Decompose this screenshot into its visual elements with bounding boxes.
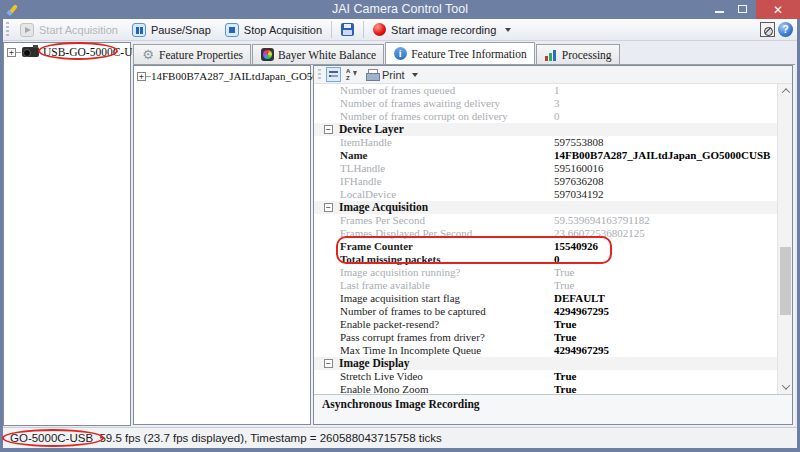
property-row[interactable]: −Number of frames queued 1 (314, 84, 777, 97)
minimize-button[interactable] (709, 0, 730, 18)
property-value: 1 (554, 84, 560, 97)
title-bar: JAI Camera Control Tool ✕ (0, 0, 800, 19)
main-toolbar: Start Acquisition Pause/Snap Stop Acquis… (3, 19, 797, 41)
feature-tree-root[interactable]: + 14FB00B7A287_JAILtdJapan_GO5000CUSB (134, 66, 310, 82)
status-details: (23.7 fps displayed), Timestamp = 260588… (140, 432, 441, 444)
chevron-down-icon[interactable] (505, 28, 511, 32)
property-grid: AZ Print −Number of frames queued 1 (313, 65, 793, 425)
play-icon (20, 23, 34, 37)
property-value: 0 (554, 110, 560, 123)
property-value: 15540926 (554, 240, 598, 253)
chevron-up-icon (781, 88, 789, 96)
property-label: Image acquisition start flag (340, 292, 460, 304)
property-value: True (554, 331, 576, 344)
property-row[interactable]: −TLHandle 595160016 (314, 162, 777, 175)
scroll-up-button[interactable] (778, 84, 793, 98)
chevron-down-icon (781, 381, 789, 389)
stop-acquisition-button[interactable]: Stop Acquisition (218, 20, 329, 40)
stop-icon (225, 23, 239, 37)
property-row[interactable]: −Number of frames corrupt on delivery 0 (314, 110, 777, 123)
camera-icon (22, 47, 39, 57)
tab-processing[interactable]: Processing (536, 44, 620, 64)
toolbar-grip (318, 69, 321, 81)
pause-icon (132, 23, 146, 37)
property-label: Number of frames queued (340, 84, 455, 96)
sort-alphabetical-icon[interactable]: AZ (344, 67, 359, 82)
property-row[interactable]: −Number of frames to be captured 4294967… (314, 305, 777, 318)
recording-settings-icon[interactable] (760, 22, 775, 37)
collapse-icon[interactable]: − (324, 203, 333, 212)
property-row[interactable]: −Frame Counter 15540926 (314, 240, 777, 253)
window-title: JAI Camera Control Tool (0, 2, 800, 16)
scroll-down-button[interactable] (778, 380, 793, 394)
property-row[interactable]: −Last frame available True (314, 279, 777, 292)
property-label: Number of frames corrupt on delivery (340, 110, 508, 122)
printer-icon (365, 69, 379, 81)
property-label: Image Display (339, 357, 410, 369)
tab-feature-properties[interactable]: ⚙ Feature Properties (133, 44, 251, 64)
property-label: Enable Mono Zoom (340, 383, 429, 394)
categorized-view-icon[interactable] (326, 67, 341, 82)
property-value: 4294967295 (554, 305, 609, 318)
collapse-icon[interactable]: − (324, 359, 333, 368)
device-tree-root[interactable]: + USB-GO-5000C-USB (4, 43, 130, 58)
property-grid-toolbar: AZ Print (314, 66, 792, 84)
maximize-button[interactable] (732, 0, 753, 18)
device-tree-label[interactable]: USB-GO-5000C-USB (43, 46, 147, 58)
property-value: 14FB00B7A287_JAILtdJapan_GO5000CUSB (554, 149, 770, 162)
maximize-icon (738, 5, 747, 13)
tab-feature-tree-information[interactable]: i Feature Tree Information (385, 42, 535, 64)
property-row[interactable]: −Frames Displayed Per Second 23.66072536… (314, 227, 777, 240)
property-row[interactable]: −Total missing packets 0 (314, 253, 777, 266)
property-row[interactable]: −Max Time In Incomplete Queue 4294967295 (314, 344, 777, 357)
property-row[interactable]: −Stretch Live Video True (314, 370, 777, 383)
property-value: True (554, 266, 574, 279)
property-row[interactable]: −Name 14FB00B7A287_JAILtdJapan_GO5000CUS… (314, 149, 777, 162)
start-acquisition-button[interactable]: Start Acquisition (13, 20, 125, 40)
property-value: 597636208 (554, 175, 604, 188)
property-label: Image acquisition running? (340, 266, 460, 278)
status-bar: GO-5000C-USB 59.5 fps (23.7 fps displaye… (3, 427, 797, 448)
property-row[interactable]: −Image acquisition running? True (314, 266, 777, 279)
scrollbar-thumb[interactable] (780, 247, 791, 315)
save-icon (341, 23, 354, 36)
color-wheel-icon (260, 48, 274, 62)
help-icon[interactable]: ? (778, 22, 793, 37)
vertical-scrollbar[interactable] (777, 84, 792, 394)
tab-strip: ⚙ Feature Properties Bayer White Balance… (133, 42, 797, 64)
toolbar-grip (6, 22, 9, 38)
property-label: Number of frames awaiting delivery (340, 97, 500, 109)
start-image-recording-button[interactable]: Start image recording (366, 20, 518, 40)
property-row[interactable]: −Enable packet-resend? True (314, 318, 777, 331)
property-value: 597034192 (554, 188, 604, 201)
expand-icon[interactable]: + (137, 72, 146, 81)
save-image-button[interactable] (334, 20, 361, 40)
print-button[interactable]: Print (362, 69, 421, 81)
collapse-icon[interactable]: − (324, 125, 333, 134)
property-row[interactable]: −LocalDevice 597034192 (314, 188, 777, 201)
property-label: Last frame available (340, 279, 430, 291)
description-panel: Asynchronous Image Recording (314, 394, 792, 424)
expand-icon[interactable]: + (7, 48, 16, 57)
property-row[interactable]: −IFHandle 597636208 (314, 175, 777, 188)
property-row[interactable]: −Number of frames awaiting delivery 3 (314, 97, 777, 110)
property-row[interactable]: −Image acquisition start flag DEFAULT (314, 292, 777, 305)
property-row[interactable]: −Enable Mono Zoom True (314, 383, 777, 394)
pause-snap-button[interactable]: Pause/Snap (125, 20, 218, 40)
feature-tree-information-page: + 14FB00B7A287_JAILtdJapan_GO5000CUSB AZ… (133, 64, 795, 426)
property-row[interactable]: −Device Layer (314, 123, 777, 136)
property-value: True (554, 318, 576, 331)
close-button[interactable]: ✕ (756, 0, 800, 19)
property-row[interactable]: −Image Display (314, 357, 777, 370)
property-row[interactable]: −Pass corrupt frames from driver? True (314, 331, 777, 344)
app-window: JAI Camera Control Tool ✕ Start Acquisit… (0, 0, 800, 452)
property-label: Max Time In Incomplete Queue (340, 344, 481, 356)
property-row[interactable]: −ItemHandle 597553808 (314, 136, 777, 149)
property-row[interactable]: −Frames Per Second 59.539694163791182 (314, 214, 777, 227)
property-row[interactable]: −Image Acquisition (314, 201, 777, 214)
property-value: True (554, 370, 576, 383)
chevron-down-icon[interactable] (412, 73, 418, 77)
property-label: Number of frames to be captured (340, 305, 486, 317)
record-icon (373, 23, 386, 36)
tab-bayer-white-balance[interactable]: Bayer White Balance (252, 44, 384, 64)
